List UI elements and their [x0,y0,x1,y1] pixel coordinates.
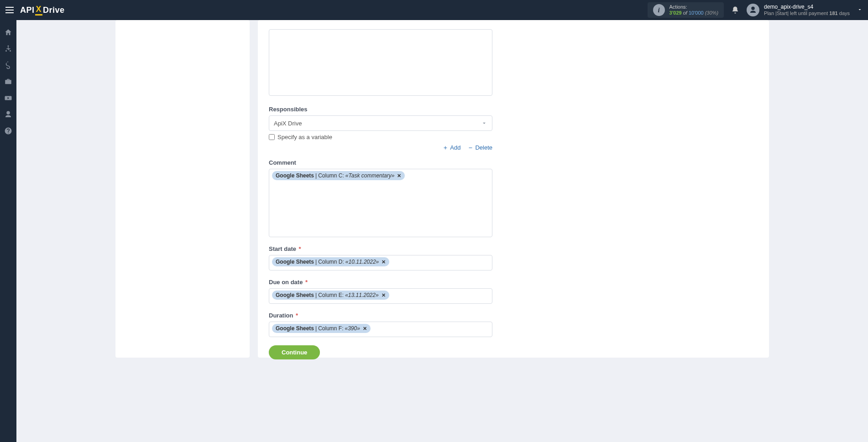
field-group-start-date: Start date * Google Sheets | Column D: «… [269,245,758,270]
field-group-due-date: Due on date * Google Sheets | Column E: … [269,279,758,304]
add-delete-row: Add Delete [269,144,492,151]
add-link[interactable]: Add [443,144,460,151]
comment-label: Comment [269,159,758,166]
textarea-top[interactable] [269,29,492,96]
chevron-down-icon [857,6,863,14]
logo-x: X [35,5,43,16]
info-icon: i [653,4,665,16]
continue-button[interactable]: Continue [269,345,320,359]
sidebar-connections[interactable] [0,45,16,53]
columns: Responsibles ApiX Drive Specify as a var… [105,20,780,442]
plus-icon [443,145,448,151]
actions-numbers: 3'029 of 10'000 (30%) [669,10,719,16]
start-date-input[interactable]: Google Sheets | Column D: «10.11.2022» ✕ [269,255,492,270]
responsibles-label: Responsibles [269,106,758,113]
bell-icon[interactable] [731,6,739,14]
responsibles-checkbox-label: Specify as a variable [277,134,332,140]
right-panel: Responsibles ApiX Drive Specify as a var… [258,20,769,358]
duration-label: Duration * [269,312,758,319]
start-date-tag-remove[interactable]: ✕ [382,259,386,265]
comment-tag: Google Sheets | Column C: «Task commenta… [272,171,405,180]
avatar [747,4,759,16]
due-date-tag-remove[interactable]: ✕ [382,292,386,298]
menu-icon[interactable] [5,5,16,15]
main-wrap: Responsibles ApiX Drive Specify as a var… [0,20,868,442]
sidebar-briefcase[interactable] [0,78,16,86]
sidebar-video[interactable] [0,94,16,102]
left-panel [115,20,250,358]
user-info: demo_apix-drive_s4 Plan |Start| left unt… [764,4,850,16]
responsibles-checkbox-row: Specify as a variable [269,134,758,140]
actions-label: Actions: [669,4,719,10]
actions-box[interactable]: i Actions: 3'029 of 10'000 (30%) [648,2,724,18]
sidebar-home[interactable] [0,28,16,36]
duration-tag: Google Sheets | Column F: «390» ✕ [272,324,371,333]
comment-input[interactable]: Google Sheets | Column C: «Task commenta… [269,169,492,237]
responsibles-checkbox[interactable] [269,134,275,140]
due-date-input[interactable]: Google Sheets | Column E: «13.11.2022» ✕ [269,288,492,304]
comment-tag-remove[interactable]: ✕ [397,173,401,179]
logo-drive: Drive [43,5,65,15]
topbar: APIXDrive i Actions: 3'029 of 10'000 (30… [0,0,868,20]
sidebar-billing[interactable] [0,61,16,69]
logo[interactable]: APIXDrive [20,5,65,16]
user-plan: Plan |Start| left until payment 181 days [764,10,850,16]
due-date-tag: Google Sheets | Column E: «13.11.2022» ✕ [272,291,389,300]
duration-input[interactable]: Google Sheets | Column F: «390» ✕ [269,322,492,337]
field-group-duration: Duration * Google Sheets | Column F: «39… [269,312,758,337]
due-date-label: Due on date * [269,279,758,286]
field-group-comment: Comment Google Sheets | Column C: «Task … [269,159,758,237]
content: Responsibles ApiX Drive Specify as a var… [16,20,868,442]
actions-text: Actions: 3'029 of 10'000 (30%) [669,4,719,16]
sidebar [0,20,16,442]
logo-api: API [20,5,35,15]
start-date-tag: Google Sheets | Column D: «10.11.2022» ✕ [272,257,389,266]
chevron-down-icon [481,120,487,126]
sidebar-user[interactable] [0,110,16,119]
delete-link[interactable]: Delete [468,144,492,151]
responsibles-value: ApiX Drive [274,120,302,127]
minus-icon [468,145,473,151]
field-group-responsibles: Responsibles ApiX Drive Specify as a var… [269,106,758,151]
duration-tag-remove[interactable]: ✕ [363,326,367,332]
user-area[interactable]: demo_apix-drive_s4 Plan |Start| left unt… [747,4,863,16]
field-group-textarea-top [269,29,758,98]
user-name: demo_apix-drive_s4 [764,4,850,10]
responsibles-select[interactable]: ApiX Drive [269,115,492,131]
topbar-left: APIXDrive [5,5,65,16]
sidebar-help[interactable] [0,127,16,135]
topbar-right: i Actions: 3'029 of 10'000 (30%) demo_ap… [648,2,863,18]
start-date-label: Start date * [269,245,758,252]
